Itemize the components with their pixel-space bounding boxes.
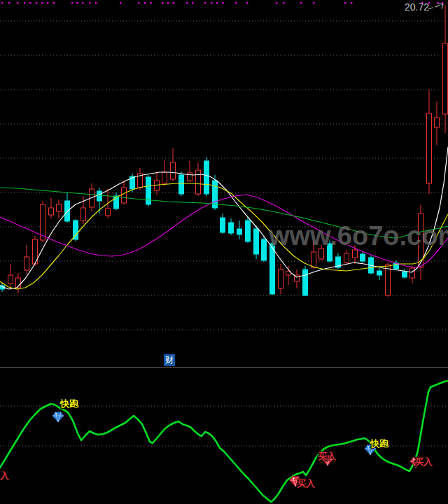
stock-app-window: 入快跑买入买入快跑买入 www.6o7o.com 20.72 财 <box>0 0 448 504</box>
price-label: 20.72 <box>405 1 429 13</box>
signal-label: 买入 <box>318 451 337 461</box>
signal-text[interactable]: 入 <box>0 470 10 481</box>
signal-label: 入 <box>0 470 10 481</box>
indicator-tab[interactable]: 财 <box>164 354 175 366</box>
signal-label: 买入 <box>414 456 433 467</box>
kline-chart-canvas[interactable]: 入快跑买入买入快跑买入 <box>0 0 448 504</box>
signal-label: 快跑 <box>59 398 79 409</box>
chart-background <box>0 0 448 504</box>
signal-label: 快跑 <box>370 438 389 449</box>
signal-label: 买入 <box>297 478 316 489</box>
